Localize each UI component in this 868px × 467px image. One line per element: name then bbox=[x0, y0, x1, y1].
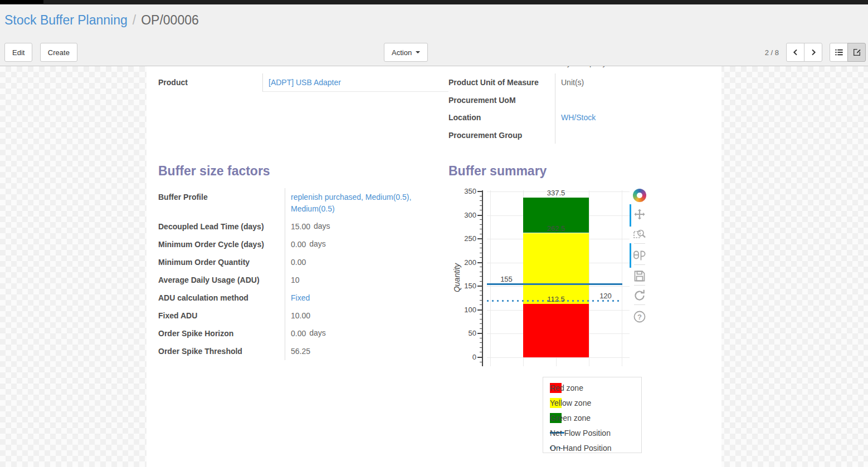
caret-down-icon bbox=[416, 51, 420, 53]
field-label: Average Daily Usage (ADU) bbox=[158, 271, 285, 289]
field-value: 10.00 bbox=[285, 307, 448, 325]
chart-annotation: 112.5 bbox=[523, 295, 589, 303]
legend-item[interactable]: Green zone bbox=[550, 410, 641, 425]
field-label: ADU calculation method bbox=[158, 289, 285, 307]
field-value-text: 56.25 bbox=[291, 347, 310, 356]
legend-label: Net Flow Position bbox=[550, 429, 611, 437]
gridline bbox=[487, 357, 630, 358]
y-axis-title: Quantity bbox=[452, 239, 461, 317]
chart-annotation: 262.5 bbox=[523, 224, 589, 233]
field-value-text: 0.00 bbox=[291, 240, 306, 249]
y-axis-line bbox=[482, 190, 483, 366]
svg-text:?: ? bbox=[637, 313, 642, 321]
chart-annotation: 155 bbox=[490, 275, 523, 283]
buffer-summary-chart[interactable]: 050100150200250300350337.5262.5155112.51… bbox=[448, 186, 721, 465]
field-value bbox=[555, 91, 710, 109]
pager-count: 2 / 8 bbox=[765, 48, 779, 57]
field-value-link[interactable]: [ADPT] USB Adapter bbox=[269, 78, 341, 87]
field-value bbox=[555, 126, 710, 144]
modebar-separator bbox=[634, 264, 645, 265]
field-suffix: days bbox=[314, 222, 330, 230]
chart-legend: Red zoneYellow zoneGreen zoneNet Flow Po… bbox=[543, 377, 642, 453]
field-suffix: days bbox=[309, 328, 326, 337]
breadcrumb-parent-link[interactable]: Stock Buffer Planning bbox=[4, 13, 128, 27]
help-icon[interactable]: ? bbox=[633, 310, 646, 323]
pager-next-button[interactable] bbox=[804, 43, 822, 62]
field-label: Product Unit of Measure bbox=[448, 73, 555, 91]
field-value: WH/Stock bbox=[555, 109, 710, 126]
pager-previous-button[interactable] bbox=[786, 43, 804, 62]
chevron-left-icon bbox=[791, 48, 800, 57]
y-axis-tick-label: 50 bbox=[451, 329, 476, 338]
field-value: replenish purchased, Medium(0.5), Medium… bbox=[285, 188, 448, 218]
plotly-logo-icon[interactable] bbox=[633, 189, 646, 202]
breadcrumb-current: OP/00006 bbox=[141, 13, 199, 27]
modebar-active-indicator bbox=[630, 243, 631, 268]
field-value-text: 0.00 bbox=[291, 258, 306, 267]
box-zoom-icon[interactable] bbox=[633, 228, 646, 241]
gridline bbox=[622, 190, 622, 366]
form-view-icon bbox=[852, 48, 861, 57]
content-area: My Company Product[ADPT] USB Adapter Pro… bbox=[0, 66, 868, 467]
legend-label: Red zone bbox=[550, 384, 583, 392]
buffer-size-factors-heading: Buffer size factors bbox=[158, 163, 448, 179]
legend-item[interactable]: On-Hand Position bbox=[550, 440, 641, 455]
field-value: 0.00days bbox=[285, 235, 448, 253]
action-dropdown-button[interactable]: Action bbox=[384, 43, 428, 62]
pan-icon[interactable] bbox=[633, 208, 646, 222]
legend-item[interactable]: Net Flow Position bbox=[550, 425, 641, 440]
field-value-text: 10.00 bbox=[291, 311, 310, 320]
field-value: 56.25 bbox=[285, 342, 448, 360]
field-value: 0.00 bbox=[285, 253, 448, 271]
yellow-zone-bar bbox=[523, 233, 589, 304]
legend-label: Green zone bbox=[550, 414, 591, 422]
field-label: Product bbox=[158, 73, 262, 92]
field-label: Order Spike Horizon bbox=[158, 325, 285, 342]
y-axis-tick-label: 350 bbox=[451, 187, 476, 196]
y-axis-tick-label: 300 bbox=[451, 211, 476, 220]
field-value-link[interactable]: replenish purchased, Medium(0.5), Medium… bbox=[291, 193, 411, 213]
chart-annotation: 120 bbox=[589, 292, 622, 300]
clipped-company-value: My Company bbox=[560, 66, 606, 67]
chevron-right-icon bbox=[809, 48, 818, 57]
legend-label: On-Hand Position bbox=[550, 444, 612, 453]
y-axis-tick-label: 0 bbox=[451, 353, 476, 362]
legend-item[interactable]: Red zone bbox=[550, 380, 641, 395]
legend-label: Yellow zone bbox=[550, 399, 591, 407]
field-value-link[interactable]: Fixed bbox=[291, 293, 310, 302]
field-value: Unit(s) bbox=[555, 73, 710, 91]
chart-annotation: 337.5 bbox=[523, 189, 589, 197]
reset-axes-icon[interactable] bbox=[633, 289, 646, 302]
field-suffix: days bbox=[309, 239, 326, 248]
create-button[interactable]: Create bbox=[40, 43, 77, 62]
legend-item[interactable]: Yellow zone bbox=[550, 395, 641, 410]
view-switcher bbox=[830, 43, 866, 62]
net-flow-position-line bbox=[487, 283, 622, 285]
field-value-text: 10 bbox=[291, 276, 300, 284]
field-value: [ADPT] USB Adapter bbox=[262, 73, 448, 92]
buffer-summary-heading: Buffer summary bbox=[448, 163, 710, 179]
y-axis-major-ticks bbox=[477, 191, 482, 358]
field-value-text: Unit(s) bbox=[561, 78, 584, 87]
field-label: Procurement Group bbox=[448, 126, 555, 144]
top-menu-bar bbox=[0, 0, 868, 4]
save-icon[interactable] bbox=[633, 269, 646, 283]
field-label: Location bbox=[448, 109, 555, 126]
form-view-button[interactable] bbox=[847, 43, 866, 62]
red-zone-bar bbox=[523, 304, 589, 357]
field-value-text: 15.00 bbox=[291, 222, 310, 231]
edit-button[interactable]: Edit bbox=[4, 43, 32, 62]
field-value-link[interactable]: WH/Stock bbox=[561, 113, 596, 122]
pager-buttons bbox=[786, 43, 822, 62]
breadcrumb-separator: / bbox=[133, 13, 136, 27]
field-value: Fixed bbox=[285, 289, 448, 307]
modebar-active-indicator bbox=[630, 204, 631, 227]
field-label: Procurement UoM bbox=[448, 91, 555, 109]
hover-compare-icon[interactable] bbox=[633, 249, 646, 262]
field-label: Minimum Order Quantity bbox=[158, 253, 285, 271]
list-view-button[interactable] bbox=[830, 43, 848, 62]
form-sheet: My Company Product[ADPT] USB Adapter Pro… bbox=[147, 66, 721, 467]
field-value-text: 0.00 bbox=[291, 329, 306, 338]
field-value: 0.00days bbox=[285, 325, 448, 342]
field-value: 10 bbox=[285, 271, 448, 289]
